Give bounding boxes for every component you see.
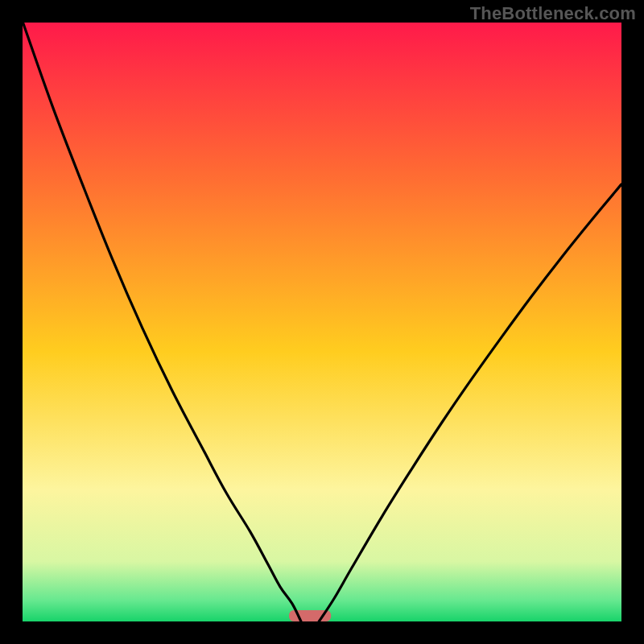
watermark-text: TheBottleneck.com: [470, 3, 636, 24]
chart-frame: TheBottleneck.com: [0, 0, 644, 644]
bottleneck-chart: [0, 0, 644, 644]
plot-area: [23, 23, 621, 621]
